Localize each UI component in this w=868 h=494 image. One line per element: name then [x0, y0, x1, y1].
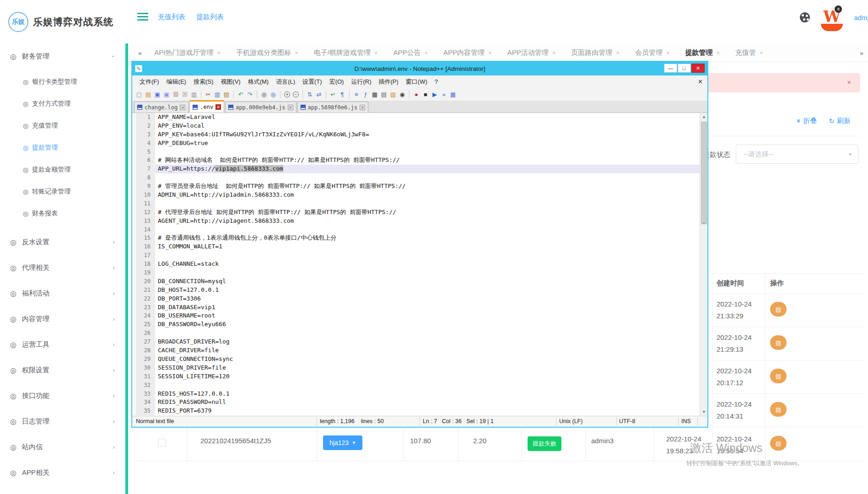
stop-macro-icon[interactable]: ■ — [421, 90, 430, 98]
sidebar-subitem-3[interactable]: ◎提款管理 — [0, 137, 125, 159]
wrap-icon[interactable]: ↵ — [329, 90, 337, 98]
row-detail-button[interactable]: ▤ — [770, 402, 787, 417]
copy-icon[interactable]: ▥ — [213, 90, 221, 98]
tab-close-icon[interactable]: × — [666, 49, 670, 56]
sidebar-item-6[interactable]: ◎权限设置› — [0, 357, 125, 383]
account-button[interactable]: hja123▼ — [323, 435, 362, 450]
page-tab-6[interactable]: 页面路由管理× — [571, 48, 620, 57]
redo-icon[interactable]: ↷ — [246, 90, 254, 98]
sidebar-subitem-1[interactable]: ◎支付方式管理 — [0, 93, 125, 115]
tab-close-icon[interactable]: × — [217, 49, 221, 56]
play-macro-icon[interactable]: ▶ — [431, 90, 439, 98]
username[interactable]: admin — [854, 14, 868, 21]
alert-close-icon[interactable]: × — [847, 78, 851, 86]
sidebar-subitem-2[interactable]: ◎充值管理 — [0, 115, 125, 137]
menu-item-11[interactable]: ? — [431, 78, 442, 85]
sync-v-icon[interactable]: ⇅ — [306, 90, 314, 98]
sidebar-item-4[interactable]: ◎内容管理› — [0, 306, 125, 332]
doc-tab-close-icon[interactable]: ✕ — [360, 105, 365, 110]
collapse-button[interactable]: »折叠 — [797, 117, 817, 125]
row-detail-button[interactable]: ▤ — [770, 335, 787, 350]
page-tab-5[interactable]: APP活动管理× — [507, 48, 556, 57]
print-icon[interactable]: ▥ — [190, 90, 198, 98]
doc-tab-app.000e9eb4.js[interactable]: app.000e9eb4.js✕ — [225, 102, 296, 113]
doc-tab-.env[interactable]: .env✕ — [189, 100, 224, 113]
row-checkbox[interactable] — [158, 439, 166, 446]
tab-close-icon[interactable]: × — [760, 49, 763, 56]
doc-tab-close-icon[interactable]: ✕ — [216, 104, 221, 110]
minimize-button[interactable]: — — [664, 64, 677, 73]
menu-item-10[interactable]: 窗口(W) — [402, 78, 431, 86]
theme-palette-icon[interactable] — [800, 12, 810, 22]
nav-withdraw-list[interactable]: 提款列表 — [196, 13, 224, 21]
doc-tab-change.log[interactable]: change.log✕ — [134, 102, 189, 113]
scroll-down-icon[interactable]: ▼ — [700, 408, 707, 416]
tab-close-icon[interactable]: × — [616, 49, 620, 56]
undo-icon[interactable]: ↶ — [237, 90, 245, 98]
replace-icon[interactable]: ◎ — [269, 90, 277, 98]
sidebar-item-7[interactable]: ◎接口功能› — [0, 383, 125, 408]
page-tab-4[interactable]: APP内容管理× — [443, 48, 492, 57]
menu-item-7[interactable]: 宏(O) — [326, 78, 348, 86]
sidebar-subitem-5[interactable]: ◎转账记录管理 — [0, 181, 125, 203]
tab-close-icon[interactable]: × — [374, 49, 378, 56]
indent-guide-icon[interactable]: ≡ — [352, 90, 361, 98]
menu-item-8[interactable]: 运行(R) — [347, 78, 375, 86]
sidebar-item-3[interactable]: ◎福利活动› — [0, 280, 125, 306]
menubar-close-icon[interactable]: ✕ — [698, 78, 703, 85]
row-detail-button[interactable]: ▤ — [770, 369, 787, 383]
monitoring-icon[interactable]: ◉ — [398, 90, 406, 98]
editor-vscrollbar[interactable]: ▲ ≡ ▼ — [700, 113, 707, 416]
sidebar-subitem-4[interactable]: ◎提款金额管理 — [0, 159, 125, 181]
page-tab-2[interactable]: 电子/棋牌游戏管理× — [314, 48, 378, 57]
tab-close-icon[interactable]: × — [295, 49, 298, 56]
menu-item-4[interactable]: 格式(M) — [244, 78, 273, 86]
open-icon[interactable]: ▤ — [144, 90, 152, 98]
tabs-scroll-left-icon[interactable]: « — [134, 49, 146, 57]
page-tab-1[interactable]: 手机游戏分类图标× — [236, 48, 298, 57]
paste-icon[interactable]: ▤ — [222, 90, 231, 98]
sidebar-item-11[interactable]: ◎广告超链接› — [0, 485, 125, 494]
scroll-up-icon[interactable]: ▲ — [700, 113, 707, 121]
new-file-icon[interactable]: ▢ — [135, 90, 143, 98]
maximize-button[interactable]: □ — [678, 64, 691, 73]
menu-item-1[interactable]: 编辑(E) — [163, 78, 190, 86]
find-icon[interactable]: ◎ — [260, 90, 268, 98]
page-tab-0[interactable]: API热门游戏厅管理× — [154, 48, 221, 57]
save-all-icon[interactable]: ▣ — [162, 90, 171, 98]
sidebar-item-0[interactable]: ◎财务管理› — [0, 43, 125, 69]
tab-close-icon[interactable]: × — [425, 49, 428, 56]
zoom-out-icon[interactable]: − — [293, 91, 299, 97]
page-tab-7[interactable]: 会员管理× — [635, 48, 670, 57]
tabs-scroll-right-icon[interactable]: » — [855, 49, 868, 57]
menu-item-6[interactable]: 设置(T) — [299, 78, 326, 86]
doc-tab-app.5698f0e6.js[interactable]: app.5698f0e6.js✕ — [297, 102, 368, 113]
tab-close-icon[interactable]: × — [717, 49, 720, 56]
sidebar-item-10[interactable]: ◎APP相关› — [0, 460, 125, 485]
doc-tab-close-icon[interactable]: ✕ — [180, 105, 185, 110]
sidebar-subitem-0[interactable]: ◎银行卡类型管理 — [0, 71, 125, 93]
page-tab-8[interactable]: 提款管理× — [685, 48, 720, 57]
sidebar-item-8[interactable]: ◎日志管理› — [0, 408, 125, 434]
show-all-chars-icon[interactable]: ¶ — [338, 90, 346, 98]
sidebar-item-9[interactable]: ◎站内信› — [0, 434, 125, 460]
row-detail-button[interactable]: ▤ — [770, 302, 787, 317]
folder-workspace-icon[interactable]: ▧ — [389, 90, 397, 98]
sidebar-item-5[interactable]: ◎运营工具› — [0, 332, 125, 357]
page-tab-3[interactable]: APP公告× — [393, 48, 428, 57]
close-all-icon[interactable]: ☒ — [181, 90, 189, 98]
sync-h-icon[interactable]: ⇄ — [315, 90, 323, 98]
notepad-editor[interactable]: 1APP_NAME=Laravel2APP_ENV=local3APP_KEY=… — [132, 113, 707, 416]
refresh-button[interactable]: ↻刷新 — [829, 117, 851, 125]
doc-tab-close-icon[interactable]: ✕ — [288, 105, 293, 110]
close-icon[interactable]: ☒ — [172, 90, 180, 98]
zoom-in-icon[interactable]: + — [284, 91, 290, 97]
sidebar-item-1[interactable]: ◎反水设置› — [0, 229, 125, 255]
scroll-thumb[interactable] — [701, 122, 707, 224]
save-icon[interactable]: ▣ — [153, 90, 162, 98]
menu-item-0[interactable]: 文件(F) — [136, 78, 163, 86]
menu-item-3[interactable]: 视图(V) — [217, 78, 244, 86]
sidebar-subitem-6[interactable]: ◎财务报表 — [0, 203, 125, 225]
avatar[interactable]: W 8 — [820, 5, 844, 29]
sidebar-item-2[interactable]: ◎代理相关› — [0, 255, 125, 280]
